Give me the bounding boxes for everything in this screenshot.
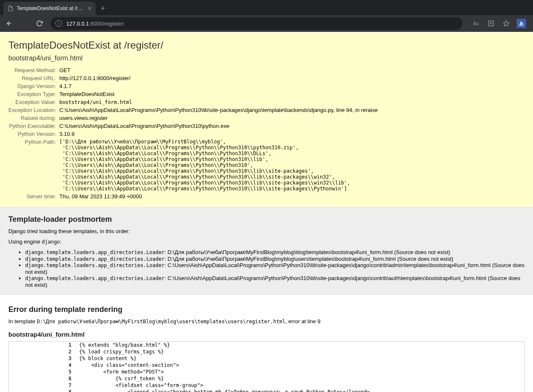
loader-list-item: django.template.loaders.app_directories.… bbox=[25, 275, 525, 288]
template-error-path: In template D:\Для работы\Учеба\Програм\… bbox=[8, 318, 525, 325]
label-request-method: Request Method: bbox=[8, 66, 59, 74]
label-exception-location: Exception Location: bbox=[8, 106, 59, 114]
line-number: 8 bbox=[9, 389, 76, 392]
loader-list: django.template.loaders.app_directories.… bbox=[8, 249, 525, 288]
value-raised-during: users.views.register bbox=[59, 114, 377, 122]
value-exception-location: C:\Users\Aish\AppData\Local\Programs\Pyt… bbox=[59, 106, 377, 114]
loader-list-item: django.template.loaders.app_directories.… bbox=[25, 256, 525, 262]
url-port: :8000 bbox=[89, 21, 103, 27]
toolbar-right: A)) あ bbox=[468, 18, 530, 29]
line-code: <legend class="border-bottom mb-4">Добро… bbox=[76, 389, 525, 392]
line-code: {% load crispy_forms_tags %} bbox=[76, 348, 525, 355]
postmortem-heading: Template-loader postmortem bbox=[8, 215, 525, 224]
source-row: 1{% extends "blog/base.html" %} bbox=[9, 341, 525, 348]
value-exception-value: bootstrap4/uni_form.html bbox=[59, 99, 377, 105]
tab-title: TemplateDoesNotExist at /registe bbox=[17, 5, 84, 11]
template-error-section: Error during template rendering In templ… bbox=[0, 295, 533, 392]
translate-icon[interactable]: あ bbox=[516, 18, 526, 29]
template-error-subheading: bootstrap4/uni_form.html bbox=[8, 331, 525, 338]
source-row: 3{% block content %} bbox=[9, 355, 525, 362]
url-host: 127.0.0.1 bbox=[66, 21, 89, 27]
line-number: 1 bbox=[9, 341, 76, 348]
browser-tab[interactable]: TemplateDoesNotExist at /registe × bbox=[3, 2, 96, 15]
url-path: /register/ bbox=[103, 21, 124, 27]
line-code: {% block content %} bbox=[76, 355, 525, 362]
value-request-method: GET bbox=[59, 66, 377, 74]
value-request-url: http://127.0.0.1:8000/register/ bbox=[59, 74, 377, 82]
line-number: 4 bbox=[9, 362, 76, 369]
value-django-version: 4.1.7 bbox=[59, 82, 377, 90]
label-exception-type: Exception Type: bbox=[8, 90, 59, 98]
loader-list-item: django.template.loaders.app_directories.… bbox=[25, 262, 525, 275]
line-code: <form method="POST"> bbox=[76, 369, 525, 375]
label-python-path: Python Path: bbox=[8, 138, 59, 192]
label-python-executable: Python Executable: bbox=[8, 122, 59, 130]
line-number: 3 bbox=[9, 355, 76, 362]
postmortem-intro: Django tried loading these templates, in… bbox=[8, 228, 525, 234]
line-number: 2 bbox=[9, 348, 76, 355]
value-python-path: ['D:\\Для работы\\Учеба\\Програм\\MyFirs… bbox=[59, 139, 377, 192]
collections-icon[interactable] bbox=[486, 18, 496, 29]
exception-value-heading: bootstrap4/uni_form.html bbox=[8, 55, 525, 62]
source-row: 2{% load crispy_forms_tags %} bbox=[9, 348, 525, 355]
source-table: 1{% extends "blog/base.html" %}2{% load … bbox=[8, 341, 525, 392]
url-bar[interactable]: i 127.0.0.1:8000/register/ bbox=[50, 17, 463, 30]
source-row: 5 <form method="POST"> bbox=[9, 369, 525, 375]
line-number: 5 bbox=[9, 369, 76, 375]
summary-table: Request Method:GET Request URL:http://12… bbox=[8, 66, 378, 200]
value-server-time: Thu, 09 Mar 2023 11:39:49 +0000 bbox=[59, 192, 377, 200]
line-number: 6 bbox=[9, 375, 76, 382]
nav-bar: i 127.0.0.1:8000/register/ A)) あ bbox=[0, 15, 533, 32]
value-python-executable: C:\Users\Aish\AppData\Local\Programs\Pyt… bbox=[59, 122, 377, 130]
source-row: 4 <div class="content-section"> bbox=[9, 362, 525, 369]
svg-marker-4 bbox=[503, 21, 509, 26]
label-django-version: Django Version: bbox=[8, 82, 59, 90]
browser-chrome: TemplateDoesNotExist at /registe × + i 1… bbox=[0, 0, 533, 32]
source-row: 8 <legend class="border-bottom mb-4">Доб… bbox=[9, 389, 525, 392]
source-row: 6 {% csrf_token %} bbox=[9, 375, 525, 382]
close-icon[interactable]: × bbox=[88, 5, 91, 12]
postmortem-engine: Using engine django: bbox=[8, 239, 525, 245]
label-request-url: Request URL: bbox=[8, 74, 59, 82]
tab-bar: TemplateDoesNotExist at /registe × + bbox=[0, 0, 533, 15]
label-raised-during: Raised during: bbox=[8, 114, 59, 122]
error-summary: TemplateDoesNotExist at /register/ boots… bbox=[0, 32, 533, 207]
loader-list-item: django.template.loaders.app_directories.… bbox=[25, 249, 525, 256]
value-exception-type: TemplateDoesNotExist bbox=[59, 90, 377, 98]
refresh-button[interactable] bbox=[34, 18, 45, 29]
line-code: {% csrf_token %} bbox=[76, 375, 525, 382]
back-button[interactable] bbox=[3, 18, 15, 29]
line-code: <fieldset class="form-group"> bbox=[76, 382, 525, 389]
read-aloud-icon[interactable]: A)) bbox=[471, 18, 481, 29]
label-server-time: Server time: bbox=[8, 192, 59, 200]
template-error-heading: Error during template rendering bbox=[8, 305, 525, 314]
label-python-version: Python Version: bbox=[8, 130, 59, 138]
new-tab-button[interactable]: + bbox=[96, 2, 110, 15]
page-title: TemplateDoesNotExist at /register/ bbox=[8, 39, 525, 51]
template-postmortem: Template-loader postmortem Django tried … bbox=[0, 207, 533, 295]
label-exception-value: Exception Value: bbox=[8, 98, 59, 106]
favorites-icon[interactable] bbox=[501, 18, 511, 29]
source-row: 7 <fieldset class="form-group"> bbox=[9, 382, 525, 389]
line-code: {% extends "blog/base.html" %} bbox=[76, 341, 525, 348]
file-icon bbox=[8, 5, 13, 11]
site-info-icon[interactable]: i bbox=[55, 20, 62, 27]
value-python-version: 3.10.9 bbox=[59, 130, 377, 138]
line-number: 7 bbox=[9, 382, 76, 389]
line-code: <div class="content-section"> bbox=[76, 362, 525, 369]
